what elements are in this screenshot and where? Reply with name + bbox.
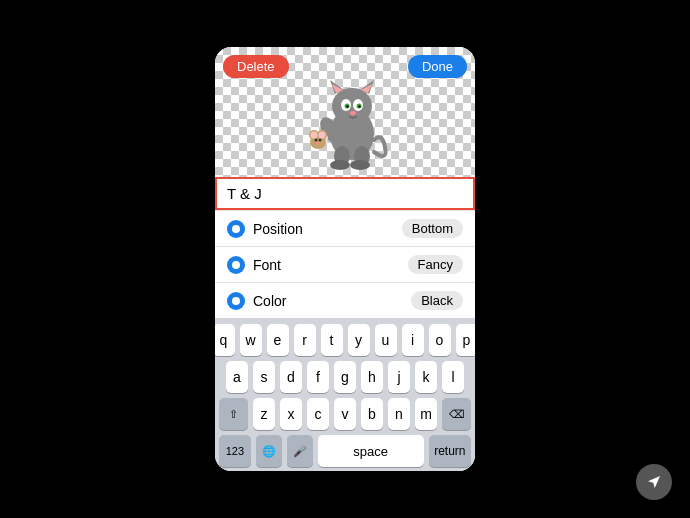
key-f[interactable]: f: [307, 361, 329, 393]
key-t[interactable]: t: [321, 324, 343, 356]
key-v[interactable]: v: [334, 398, 356, 430]
key-p[interactable]: p: [456, 324, 476, 356]
key-h[interactable]: h: [361, 361, 383, 393]
color-value: Black: [411, 291, 463, 310]
svg-point-21: [319, 139, 322, 142]
key-row-2: a s d f g h j k l: [219, 361, 471, 393]
font-icon: [227, 256, 245, 274]
text-input-area: [215, 177, 475, 210]
key-y[interactable]: y: [348, 324, 370, 356]
done-button[interactable]: Done: [408, 55, 467, 78]
position-icon: [227, 220, 245, 238]
font-value: Fancy: [408, 255, 463, 274]
color-label: Color: [253, 293, 411, 309]
color-row[interactable]: Color Black: [215, 282, 475, 318]
top-buttons: Delete Done: [223, 55, 467, 78]
key-n[interactable]: n: [388, 398, 410, 430]
delete-key[interactable]: ⌫: [442, 398, 471, 430]
svg-point-28: [232, 261, 240, 269]
image-area: Delete Done: [215, 47, 475, 177]
key-u[interactable]: u: [375, 324, 397, 356]
svg-point-22: [317, 142, 320, 144]
keyboard: q w e r t y u i o p a s d f g h j k: [215, 318, 475, 471]
mic-key[interactable]: 🎤: [287, 435, 313, 467]
position-value: Bottom: [402, 219, 463, 238]
key-i[interactable]: i: [402, 324, 424, 356]
font-label: Font: [253, 257, 408, 273]
numbers-key[interactable]: 123: [219, 435, 251, 467]
delete-button[interactable]: Delete: [223, 55, 289, 78]
svg-point-20: [315, 139, 318, 142]
key-a[interactable]: a: [226, 361, 248, 393]
svg-point-25: [330, 160, 350, 170]
key-w[interactable]: w: [240, 324, 262, 356]
key-c[interactable]: c: [307, 398, 329, 430]
svg-point-11: [358, 105, 360, 107]
svg-point-29: [232, 297, 240, 305]
color-icon: [227, 292, 245, 310]
globe-key[interactable]: 🌐: [256, 435, 282, 467]
svg-point-12: [350, 111, 356, 115]
arrow-icon: [645, 473, 663, 491]
key-e[interactable]: e: [267, 324, 289, 356]
key-z[interactable]: z: [253, 398, 275, 430]
key-d[interactable]: d: [280, 361, 302, 393]
key-row-bottom: 123 🌐 🎤 space return: [219, 435, 471, 467]
svg-point-26: [350, 160, 370, 170]
key-x[interactable]: x: [280, 398, 302, 430]
key-q[interactable]: q: [215, 324, 235, 356]
phone-card: Delete Done: [215, 47, 475, 471]
svg-point-1: [332, 88, 372, 124]
return-key[interactable]: return: [429, 435, 471, 467]
key-k[interactable]: k: [415, 361, 437, 393]
key-m[interactable]: m: [415, 398, 437, 430]
position-row[interactable]: Position Bottom: [215, 210, 475, 246]
font-row[interactable]: Font Fancy: [215, 246, 475, 282]
key-b[interactable]: b: [361, 398, 383, 430]
cartoon-image: [290, 62, 400, 172]
svg-point-18: [311, 132, 318, 139]
svg-point-10: [346, 105, 348, 107]
svg-point-27: [232, 225, 240, 233]
floating-action-button[interactable]: [636, 464, 672, 500]
key-row-1: q w e r t y u i o p: [219, 324, 471, 356]
position-label: Position: [253, 221, 402, 237]
key-j[interactable]: j: [388, 361, 410, 393]
key-g[interactable]: g: [334, 361, 356, 393]
key-row-3: ⇧ z x c v b n m ⌫: [219, 398, 471, 430]
shift-key[interactable]: ⇧: [219, 398, 248, 430]
caption-input[interactable]: [215, 177, 475, 210]
key-l[interactable]: l: [442, 361, 464, 393]
svg-point-19: [319, 132, 326, 139]
space-key[interactable]: space: [318, 435, 424, 467]
settings-rows: Position Bottom Font Fancy Color Black: [215, 210, 475, 318]
key-r[interactable]: r: [294, 324, 316, 356]
key-o[interactable]: o: [429, 324, 451, 356]
key-s[interactable]: s: [253, 361, 275, 393]
